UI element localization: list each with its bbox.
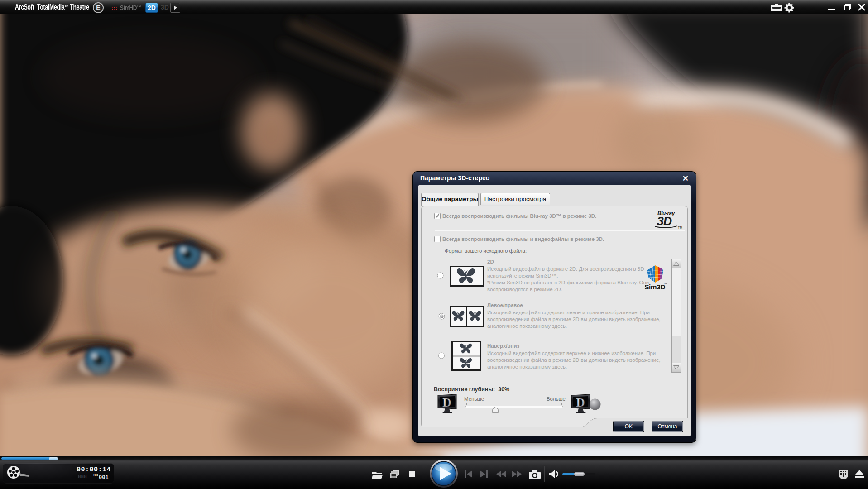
svg-text:D: D (576, 396, 585, 409)
svg-text:TM: TM (663, 282, 667, 285)
svg-text:TM: TM (678, 226, 682, 229)
svg-text:3D: 3D (657, 215, 672, 228)
svg-text:D: D (442, 396, 451, 409)
